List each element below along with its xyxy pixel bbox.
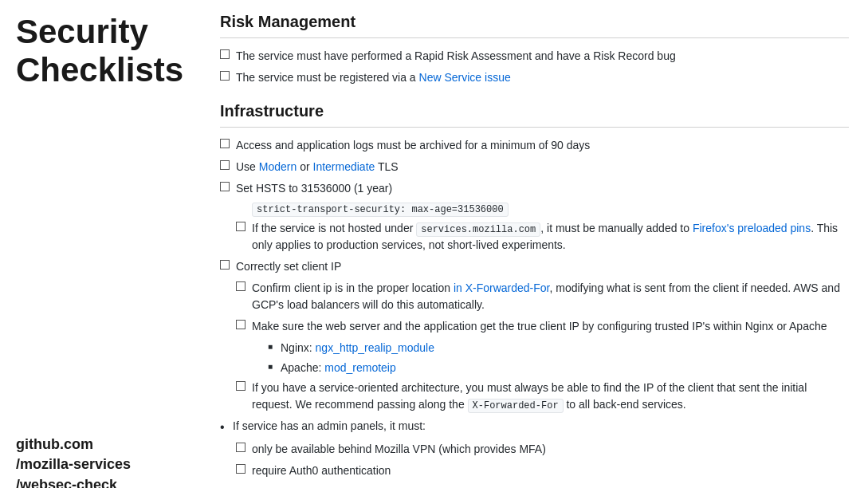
checkbox-logs — [220, 139, 230, 148]
hsts-text: Set HSTS to 31536000 (1 year) — [236, 180, 392, 197]
section-infrastructure: Infrastructure Access and application lo… — [220, 102, 849, 479]
client-ip-sub-2: Make sure the web server and the applica… — [236, 318, 849, 335]
risk-item-2: The service must be registered via a New… — [220, 69, 849, 86]
infra-item-tls: Use Modern or Intermediate TLS — [220, 159, 849, 175]
checkbox-confirm-ip — [236, 281, 245, 291]
tls-text: Use Modern or Intermediate TLS — [236, 159, 399, 175]
infra-item-hsts: Set HSTS to 31536000 (1 year) — [220, 180, 849, 197]
admin-text: If service has an admin panels, it must: — [233, 418, 426, 435]
infra-item-admin: • If service has an admin panels, it mus… — [220, 418, 849, 436]
checkbox-soa — [236, 381, 245, 391]
logs-text: Access and application logs must be arch… — [236, 137, 590, 154]
checkbox-firefox-pins — [236, 222, 245, 231]
checkbox-webserver — [236, 320, 245, 329]
sidebar-github-link: github.com/mozilla-services/websec-check — [16, 435, 191, 488]
client-ip-sub-3: If you have a service-oriented architect… — [236, 380, 849, 413]
mod-remoteip-link[interactable]: mod_remoteip — [324, 361, 396, 374]
checkbox-icon-2 — [220, 71, 230, 81]
new-service-issue-link[interactable]: New Service issue — [419, 71, 511, 84]
nginx-apache-bullets: ■ Nginx: ngx_http_realip_module ■ Apache… — [268, 340, 849, 376]
hsts-code: strict-transport-security: max-age=31536… — [252, 203, 509, 217]
infra-item-client-ip: Correctly set client IP — [220, 258, 849, 275]
section-title-infrastructure: Infrastructure — [220, 102, 849, 128]
checkbox-vpn — [236, 443, 245, 452]
admin-sub-2: require Auth0 authentication — [236, 462, 849, 479]
hsts-sub-item: If the service is not hosted under servi… — [236, 220, 849, 254]
x-forwarded-for-link[interactable]: in X-Forwarded-For — [454, 281, 550, 294]
webserver-text: Make sure the web server and the applica… — [252, 318, 827, 335]
sidebar: SecurityChecklists github.com/mozilla-se… — [0, 0, 207, 488]
intermediate-link[interactable]: Intermediate — [313, 160, 375, 173]
apache-text: Apache: mod_remoteip — [281, 360, 396, 376]
checkbox-icon — [220, 49, 230, 59]
nginx-text: Nginx: ngx_http_realip_module — [281, 340, 434, 356]
admin-sub-1: only be available behind Mozilla VPN (wh… — [236, 441, 849, 458]
modern-link[interactable]: Modern — [259, 160, 297, 173]
hsts-firefox-item: If the service is not hosted under servi… — [236, 220, 849, 254]
checkbox-auth0 — [236, 464, 245, 474]
bullet-square-nginx: ■ — [268, 342, 274, 351]
bullet-dot-admin: • — [220, 419, 226, 436]
main-content: Risk Management The service must have pe… — [207, 0, 868, 488]
client-ip-sub-1: Confirm client ip is in the proper locat… — [236, 280, 849, 313]
infra-item-logs: Access and application logs must be arch… — [220, 137, 849, 154]
apache-bullet: ■ Apache: mod_remoteip — [268, 360, 849, 376]
risk-item-2-text: The service must be registered via a New… — [236, 69, 511, 86]
risk-item-1-text: The service must have performed a Rapid … — [236, 48, 676, 65]
client-ip-text: Correctly set client IP — [236, 258, 341, 275]
client-ip-subs: Confirm client ip is in the proper locat… — [236, 280, 849, 413]
soa-text: If you have a service-oriented architect… — [252, 380, 849, 413]
checkbox-client-ip — [220, 260, 230, 270]
bullet-square-apache: ■ — [268, 362, 274, 371]
hsts-code-block-wrapper: strict-transport-security: max-age=31536… — [252, 202, 849, 215]
confirm-ip-text: Confirm client ip is in the proper locat… — [252, 280, 849, 313]
section-title-risk-management: Risk Management — [220, 13, 849, 38]
firefox-preloaded-link[interactable]: Firefox's preloaded pins — [693, 222, 811, 234]
ngx-realip-link[interactable]: ngx_http_realip_module — [316, 341, 434, 354]
x-forwarded-for-code: X-Forwarded-For — [468, 399, 564, 413]
admin-sub-list: only be available behind Mozilla VPN (wh… — [236, 441, 849, 479]
checkbox-tls — [220, 160, 230, 170]
risk-item-1: The service must have performed a Rapid … — [220, 48, 849, 65]
auth0-text: require Auth0 authentication — [252, 462, 391, 479]
firefox-pins-text: If the service is not hosted under servi… — [252, 220, 849, 254]
vpn-text: only be available behind Mozilla VPN (wh… — [252, 441, 546, 458]
sidebar-title: SecurityChecklists — [16, 13, 191, 90]
mozilla-domain-code: services.mozilla.com — [416, 222, 540, 237]
checkbox-hsts — [220, 182, 230, 191]
nginx-bullet: ■ Nginx: ngx_http_realip_module — [268, 340, 849, 356]
section-risk-management: Risk Management The service must have pe… — [220, 13, 849, 86]
